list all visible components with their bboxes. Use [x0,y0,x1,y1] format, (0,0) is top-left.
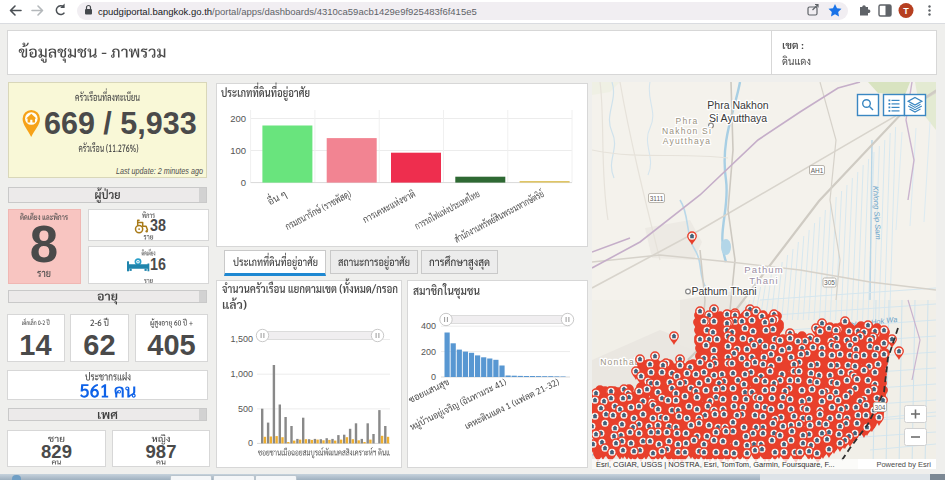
svg-text:T: T [903,6,909,16]
